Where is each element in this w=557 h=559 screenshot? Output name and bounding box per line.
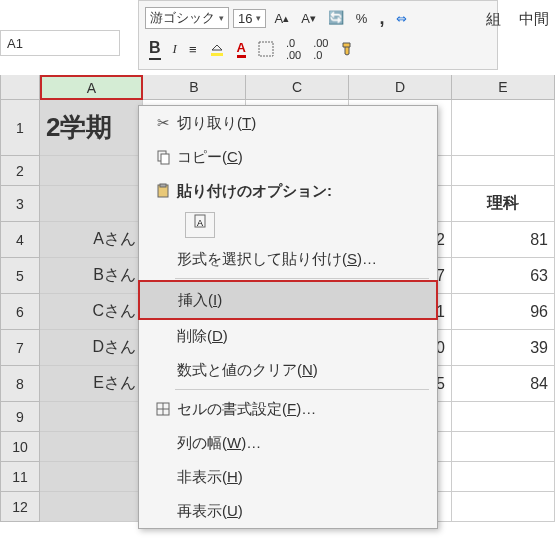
font-size-value: 16 <box>238 11 252 26</box>
row-header[interactable]: 2 <box>0 156 40 186</box>
cell[interactable]: 84 <box>452 366 555 402</box>
ctx-column-width[interactable]: 列の幅(W)… <box>139 426 437 460</box>
svg-rect-5 <box>160 184 166 187</box>
ctx-format-cells[interactable]: セルの書式設定(F)… <box>139 392 437 426</box>
cell[interactable]: Aさん <box>40 222 143 258</box>
name-box[interactable]: A1 <box>0 30 120 56</box>
cell[interactable] <box>40 492 143 522</box>
ctx-hide[interactable]: 非表示(H) <box>139 460 437 494</box>
ctx-label: 貼り付けのオプション: <box>177 182 332 201</box>
ctx-paste-special[interactable]: 形式を選択して貼り付け(S)… <box>139 242 437 276</box>
format-cells-icon <box>149 401 177 417</box>
row-header[interactable]: 3 <box>0 186 40 222</box>
font-size-dropdown[interactable]: 16▾ <box>233 9 266 28</box>
cell[interactable]: 81 <box>452 222 555 258</box>
cell[interactable]: 理科 <box>452 186 555 222</box>
row-header[interactable]: 5 <box>0 258 40 294</box>
cell[interactable] <box>40 402 143 432</box>
row-header[interactable]: 7 <box>0 330 40 366</box>
cell[interactable]: Dさん <box>40 330 143 366</box>
ctx-unhide[interactable]: 再表示(U) <box>139 494 437 528</box>
decrease-font-icon[interactable]: A▾ <box>297 9 320 28</box>
row-header[interactable]: 10 <box>0 432 40 462</box>
row-header[interactable]: 12 <box>0 492 40 522</box>
cell[interactable] <box>40 432 143 462</box>
format-painter-icon[interactable] <box>336 39 360 59</box>
context-menu: ✂ 切り取り(T) コピー(C) 貼り付けのオプション: A 形式を選択して貼り… <box>138 105 438 529</box>
svg-rect-3 <box>161 154 169 164</box>
ctx-label: 切り取り(T) <box>177 114 256 133</box>
percent-format-icon[interactable]: % <box>352 9 372 28</box>
font-name-value: 游ゴシック <box>150 9 215 27</box>
accounting-format-icon[interactable]: 🔄 <box>324 8 348 28</box>
increase-font-icon[interactable]: A▴ <box>270 9 293 28</box>
separator <box>175 389 429 390</box>
cell[interactable]: 39 <box>452 330 555 366</box>
ctx-label: 再表示(U) <box>177 502 243 521</box>
ctx-label: 数式と値のクリア(N) <box>177 361 318 380</box>
column-header-e[interactable]: E <box>452 75 555 100</box>
name-box-value: A1 <box>7 36 23 51</box>
cell[interactable]: 2学期 <box>40 100 143 156</box>
italic-button[interactable]: I <box>169 39 181 59</box>
column-header-a[interactable]: A <box>40 75 143 100</box>
column-header-d[interactable]: D <box>349 75 452 100</box>
cell[interactable]: 96 <box>452 294 555 330</box>
scissors-icon: ✂ <box>149 114 177 132</box>
ctx-clear-contents[interactable]: 数式と値のクリア(N) <box>139 353 437 387</box>
ctx-label: 形式を選択して貼り付け(S)… <box>177 250 377 269</box>
cell[interactable] <box>452 156 555 186</box>
row-header[interactable]: 6 <box>0 294 40 330</box>
ctx-label: コピー(C) <box>177 148 243 167</box>
cell[interactable] <box>452 462 555 492</box>
cell[interactable] <box>452 100 555 156</box>
row-header[interactable]: 1 <box>0 100 40 156</box>
cell[interactable] <box>40 186 143 222</box>
cell[interactable] <box>452 432 555 462</box>
mini-toolbar: 游ゴシック▾ 16▾ A▴ A▾ 🔄 % , ⇔ B I ≡ A .0.00 .… <box>138 0 498 70</box>
font-name-dropdown[interactable]: 游ゴシック▾ <box>145 7 229 29</box>
decrease-decimal-icon[interactable]: .00.0 <box>309 35 332 63</box>
column-header-c[interactable]: C <box>246 75 349 100</box>
paste-icon: A <box>185 212 215 238</box>
ribbon-label-b: 中間 <box>511 6 557 33</box>
borders-button[interactable] <box>254 39 278 59</box>
comma-format-icon[interactable]: , <box>375 6 388 31</box>
ctx-label: 列の幅(W)… <box>177 434 261 453</box>
row-header[interactable]: 4 <box>0 222 40 258</box>
row-header[interactable]: 8 <box>0 366 40 402</box>
ctx-label: 非表示(H) <box>177 468 243 487</box>
cell[interactable] <box>40 156 143 186</box>
svg-rect-0 <box>211 53 223 56</box>
separator <box>175 278 429 279</box>
bold-button[interactable]: B <box>145 37 165 62</box>
ctx-label: 挿入(I) <box>178 291 222 310</box>
svg-rect-1 <box>259 42 273 56</box>
ctx-copy[interactable]: コピー(C) <box>139 140 437 174</box>
column-header-b[interactable]: B <box>143 75 246 100</box>
row-header[interactable]: 9 <box>0 402 40 432</box>
increase-decimal-icon[interactable]: .0.00 <box>282 35 305 63</box>
clipboard-icon <box>149 183 177 199</box>
row-header[interactable]: 11 <box>0 462 40 492</box>
ctx-label: 削除(D) <box>177 327 228 346</box>
cell[interactable]: Eさん <box>40 366 143 402</box>
cell[interactable]: 63 <box>452 258 555 294</box>
ctx-insert[interactable]: 挿入(I) <box>138 280 438 320</box>
ctx-cut[interactable]: ✂ 切り取り(T) <box>139 106 437 140</box>
cell[interactable] <box>40 462 143 492</box>
cell[interactable] <box>452 402 555 432</box>
ctx-paste-option-button[interactable]: A <box>139 208 437 242</box>
fill-color-button[interactable] <box>205 39 229 59</box>
chevron-down-icon: ▾ <box>219 13 224 23</box>
font-color-button[interactable]: A <box>233 38 250 60</box>
select-all-corner[interactable] <box>0 75 40 100</box>
copy-icon <box>149 149 177 165</box>
align-button[interactable]: ≡ <box>185 40 201 59</box>
cell[interactable]: Bさん <box>40 258 143 294</box>
cell[interactable]: Cさん <box>40 294 143 330</box>
column-headers: A B C D E <box>0 75 555 100</box>
ctx-delete[interactable]: 削除(D) <box>139 319 437 353</box>
merge-cells-icon[interactable]: ⇔ <box>392 9 411 28</box>
cell[interactable] <box>452 492 555 522</box>
